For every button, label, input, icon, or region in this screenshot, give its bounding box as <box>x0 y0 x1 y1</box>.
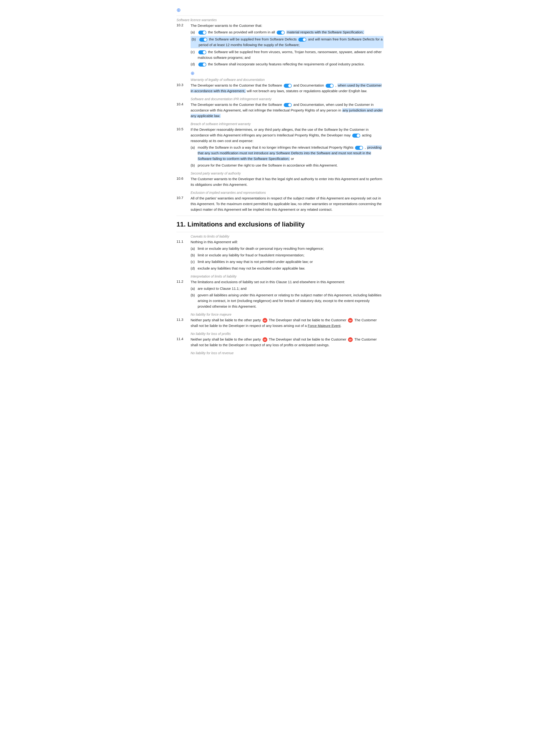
sub-label: (a) <box>190 286 198 291</box>
section-header-force-majeure: No liability for force majeure <box>190 313 384 316</box>
clause-10-2-list: (a) the Software as provided will confor… <box>190 29 384 67</box>
top-divider <box>176 15 384 16</box>
clause-11-3: 11.3 Neither party shall be liable to th… <box>176 317 384 329</box>
sub-text: the Software will be supplied free from … <box>198 49 384 60</box>
toggle-10-2-d[interactable] <box>198 62 206 66</box>
clause-content-11-4: Neither party shall be liable to the oth… <box>190 336 384 349</box>
sub-text: the Software as provided will conform in… <box>198 29 384 35</box>
sub-text: limit any liabilities in any way that is… <box>198 259 384 265</box>
toggle-10-5-a[interactable] <box>355 146 363 150</box>
clause-11-4-text: Neither party shall be liable to the oth… <box>190 336 384 348</box>
clause-content-11-3: Neither party shall be liable to the oth… <box>190 317 384 329</box>
clause-11-1-intro: Nothing in this Agreement will: <box>190 239 384 245</box>
clause-10-5-list: (a) modify the Software in such a way th… <box>190 145 384 168</box>
sub-label: (a) <box>190 246 198 252</box>
section-header-legality: Warranty of legality of software and doc… <box>190 78 384 82</box>
force-majeure-link: Force Majeure Event <box>308 324 340 328</box>
list-item: (b) limit or exclude any liability for f… <box>190 252 384 258</box>
sub-text: the Software will be supplied free from … <box>198 36 383 48</box>
list-item: (b) the Software will be supplied free f… <box>190 36 384 48</box>
sub-label: (d) <box>190 266 198 271</box>
or-badge-11-4-1[interactable]: or <box>263 337 267 342</box>
toggle-10-2-c[interactable] <box>198 50 206 54</box>
sub-label: (b) <box>190 252 198 258</box>
toggle-10-3-2[interactable] <box>326 84 334 88</box>
section-header-authority: Second party warranty of authority <box>190 171 384 175</box>
clause-10-2: 10.2 The Developer warrants to the Custo… <box>176 23 384 68</box>
section-11-divider <box>176 232 384 232</box>
list-item: (c) limit any liabilities in any way tha… <box>190 259 384 265</box>
section-header-exclusion: Exclusion of implied warranties and repr… <box>190 191 384 194</box>
clause-11-2-intro: The limitations and exclusions of liabil… <box>190 279 384 285</box>
clause-num-11-4: 11.4 <box>176 336 190 341</box>
clause-num-11-2: 11.2 <box>176 279 190 283</box>
clause-10-3-text: The Developer warrants to the Customer t… <box>190 83 384 94</box>
clause-10-7-text: All of the parties' warranties and repre… <box>190 195 384 212</box>
sub-text: limit or exclude any liability for death… <box>198 246 384 252</box>
clause-content-10-7: All of the parties' warranties and repre… <box>190 195 384 213</box>
clause-10-4: 10.4 The Developer warrants to the Custo… <box>176 102 384 120</box>
sub-label: (b) <box>190 162 198 168</box>
sub-text: govern all liabilities arising under thi… <box>198 292 384 309</box>
clause-10-3: 10.3 The Developer warrants to the Custo… <box>176 83 384 95</box>
clause-content-11-1: Nothing in this Agreement will: (a) limi… <box>190 239 384 272</box>
clause-10-5: 10.5 If the Developer reasonably determi… <box>176 127 384 169</box>
section-header-ipr: Software and documentation IPR infringem… <box>190 97 384 101</box>
compass-icon-2: ⊕ <box>190 70 384 76</box>
clause-content-10-4: The Developer warrants to the Customer t… <box>190 102 384 120</box>
clause-10-7: 10.7 All of the parties' warranties and … <box>176 195 384 213</box>
or-badge-11-4-2[interactable]: or <box>348 337 353 342</box>
clause-num-10-6: 10.6 <box>176 176 190 180</box>
clause-11-4: 11.4 Neither party shall be liable to th… <box>176 336 384 349</box>
clause-10-6: 10.6 The Customer warrants to the Develo… <box>176 176 384 188</box>
sub-label: (a) <box>190 29 198 35</box>
clause-content-10-5: If the Developer reasonably determines, … <box>190 127 384 169</box>
clause-10-5-intro: If the Developer reasonably determines, … <box>190 127 384 144</box>
sub-text: are subject to Clause 11.1; and <box>198 286 384 291</box>
list-item: (a) limit or exclude any liability for d… <box>190 246 384 252</box>
highlight-10-5-a: providing that any such modification mus… <box>198 145 382 161</box>
clause-num-10-5: 10.5 <box>176 127 190 131</box>
list-item: (d) the Software shall incorporate secur… <box>190 61 384 67</box>
toggle-10-2-b-2[interactable] <box>298 38 306 42</box>
clause-11-2: 11.2 The limitations and exclusions of l… <box>176 279 384 310</box>
clause-11-3-text: Neither party shall be liable to the oth… <box>190 317 384 329</box>
clause-num-11-3: 11.3 <box>176 317 190 321</box>
highlight-material: material respects with the Software Spec… <box>286 30 364 34</box>
toggle-10-5[interactable] <box>352 134 360 138</box>
highlight-10-4: any jurisdiction and under any applicabl… <box>190 108 383 118</box>
toggle-10-2-a-2[interactable] <box>277 31 285 34</box>
clause-num-10-4: 10.4 <box>176 102 190 106</box>
clause-num-10-3: 10.3 <box>176 83 190 87</box>
sub-text: the Software shall incorporate security … <box>198 61 384 67</box>
clause-content-10-2: The Developer warrants to the Customer t… <box>190 23 384 68</box>
sub-label: (b) <box>190 292 198 309</box>
clause-content-10-6: The Customer warrants to the Developer t… <box>190 176 384 188</box>
section-header-loss-profits: No liability for loss of profits <box>190 332 384 336</box>
sub-text: exclude any liabilities that may not be … <box>198 266 384 271</box>
section-header-interpretation: Interpretation of limits of liability <box>190 275 384 278</box>
clause-11-2-list: (a) are subject to Clause 11.1; and (b) … <box>190 286 384 309</box>
clause-10-2-intro: The Developer warrants to the Customer t… <box>190 23 384 28</box>
section-header-breach: Breach of software infringement warranty <box>190 122 384 126</box>
toggle-10-2-a-1[interactable] <box>198 31 206 34</box>
toggle-10-2-b-1[interactable] <box>199 38 207 42</box>
toggle-10-4[interactable] <box>284 103 292 107</box>
sub-text: limit or exclude any liability for fraud… <box>198 252 384 258</box>
clause-11-1: 11.1 Nothing in this Agreement will: (a)… <box>176 239 384 272</box>
clause-11-1-list: (a) limit or exclude any liability for d… <box>190 246 384 271</box>
clause-content-10-3: The Developer warrants to the Customer t… <box>190 83 384 95</box>
sub-label: (a) <box>190 145 198 162</box>
list-item: (a) modify the Software in such a way th… <box>190 145 384 162</box>
or-badge-11-3-2[interactable]: or <box>348 318 353 323</box>
section-11-title: 11. Limitations and exclusions of liabil… <box>176 220 384 228</box>
list-item: (a) are subject to Clause 11.1; and <box>190 286 384 291</box>
list-item: (b) procure for the Customer the right t… <box>190 162 384 168</box>
clause-10-6-text: The Customer warrants to the Developer t… <box>190 176 384 187</box>
list-item: (a) the Software as provided will confor… <box>190 29 384 35</box>
clause-num-10-2: 10.2 <box>176 23 190 27</box>
sub-text: modify the Software in such a way that i… <box>198 145 384 162</box>
toggle-10-3-1[interactable] <box>284 84 292 88</box>
clause-10-4-text: The Developer warrants to the Customer t… <box>190 102 384 119</box>
or-badge-11-3-1[interactable]: or <box>263 318 267 323</box>
